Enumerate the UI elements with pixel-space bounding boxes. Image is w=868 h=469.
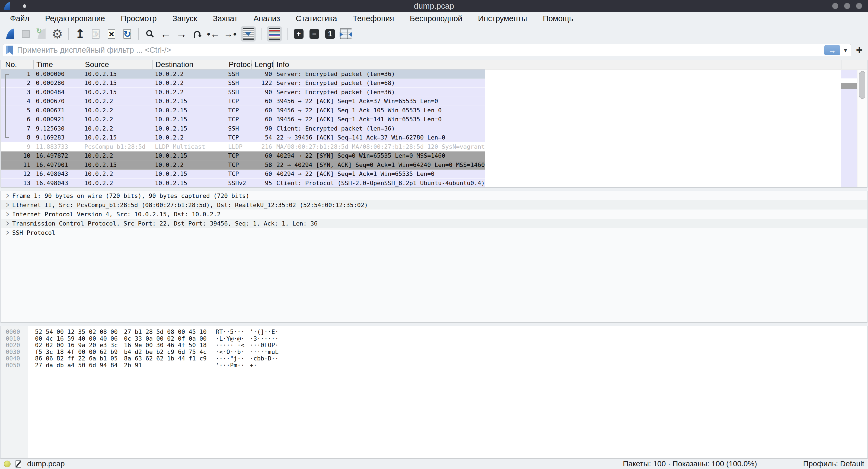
packet-info: Server: Encrypted packet (len=36) <box>274 89 485 95</box>
detail-row[interactable]: Transmission Control Protocol, Src Port:… <box>1 219 867 228</box>
zoom-normal-button[interactable]: 1 <box>324 26 336 41</box>
filter-bookmark-icon[interactable] <box>6 46 13 55</box>
go-last-button[interactable]: →• <box>224 26 237 41</box>
packet-row[interactable]: 4 0.000670 10.0.2.2 10.0.2.15 TCP 60 394… <box>1 97 867 106</box>
column-header[interactable]: No. <box>1 60 34 69</box>
expand-chevron-icon[interactable] <box>4 219 11 228</box>
menu-item[interactable]: Статистика <box>288 12 345 25</box>
menu-item[interactable]: Просмотр <box>113 12 164 25</box>
packet-row[interactable]: 10 16.497872 10.0.2.2 10.0.2.15 TCP 60 4… <box>1 151 867 161</box>
open-file-glyph: ↥ <box>75 28 85 40</box>
packet-row[interactable]: 13 16.498043 10.0.2.2 10.0.2.15 SSHv2 95… <box>1 179 867 187</box>
find-packet-button[interactable] <box>144 26 156 41</box>
menu-item[interactable]: Редактирование <box>37 12 113 25</box>
capture-comment-pencil-icon[interactable] <box>16 460 21 468</box>
packet-row[interactable]: 9 11.883733 PcsCompu_b1:28:5d LLDP_Multi… <box>1 142 867 151</box>
stop-capture-button[interactable] <box>20 26 32 41</box>
column-header[interactable]: Destination <box>153 60 226 69</box>
window-minimize-button[interactable] <box>832 3 838 9</box>
detail-row[interactable]: SSH Protocol <box>1 228 867 237</box>
go-first-button[interactable]: •← <box>207 26 220 41</box>
ascii-left: ·L·Y@·@· <box>216 335 246 342</box>
detail-row[interactable]: Frame 1: 90 bytes on wire (720 bits), 90… <box>1 191 867 200</box>
save-file-button[interactable] <box>90 26 102 41</box>
hex-offset: 0020 <box>1 342 28 349</box>
packet-destination: 10.0.2.2 <box>153 162 226 168</box>
expand-chevron-icon[interactable] <box>4 209 11 219</box>
colorize-button[interactable] <box>267 26 282 41</box>
scrollbar-thumb[interactable] <box>859 71 865 99</box>
packet-row[interactable]: 1 0.000000 10.0.2.15 10.0.2.2 SSH 90 Ser… <box>1 69 867 79</box>
menu-item[interactable]: Файл <box>2 12 37 25</box>
packet-row[interactable]: 3 0.000484 10.0.2.15 10.0.2.2 SSH 90 Ser… <box>1 88 867 97</box>
filter-dropdown-caret-icon[interactable]: ▾ <box>844 47 847 54</box>
close-file-button[interactable]: × <box>105 26 118 41</box>
menu-item[interactable]: Запуск <box>165 12 205 25</box>
packet-time: 16.498043 <box>34 171 82 177</box>
menu-item[interactable]: Захват <box>205 12 246 25</box>
packet-row[interactable]: 7 9.125630 10.0.2.2 10.0.2.15 SSH 90 Cli… <box>1 124 867 133</box>
packet-info: 39456 → 22 [ACK] Seq=1 Ack=37 Win=65535 … <box>274 98 485 105</box>
detail-row[interactable]: Ethernet II, Src: PcsCompu_b1:28:5d (08:… <box>1 200 867 209</box>
filter-add-button[interactable]: + <box>854 43 865 56</box>
hex-dump-pane[interactable]: 0000 52 54 00 12 35 02 08 00 27 b1 28 5d… <box>1 326 867 459</box>
expert-info-icon[interactable] <box>4 461 10 467</box>
open-file-button[interactable]: ↥ <box>74 26 86 41</box>
find-packet-icon <box>146 30 152 36</box>
display-filter-field[interactable]: → ▾ <box>3 44 851 56</box>
column-header[interactable]: Time <box>34 60 82 69</box>
packet-row[interactable]: 12 16.498043 10.0.2.2 10.0.2.15 TCP 60 4… <box>1 170 867 179</box>
packet-destination: 10.0.2.2 <box>153 134 226 141</box>
packet-source: 10.0.2.2 <box>82 98 153 105</box>
column-header[interactable]: Info <box>274 60 487 69</box>
packet-list-scrollbar[interactable] <box>857 70 867 187</box>
packet-source: 10.0.2.2 <box>82 180 153 186</box>
window-maximize-button[interactable] <box>844 3 850 9</box>
packet-time: 0.000000 <box>34 70 82 77</box>
detail-row[interactable]: Internet Protocol Version 4, Src: 10.0.2… <box>1 209 867 219</box>
detail-text: Internet Protocol Version 4, Src: 10.0.2… <box>12 211 220 218</box>
status-profile[interactable]: Профиль: Default <box>803 460 864 468</box>
column-header[interactable]: Length <box>252 60 274 69</box>
resize-columns-icon <box>340 29 351 39</box>
restart-capture-button[interactable]: ↻ <box>35 26 48 41</box>
packet-detail-pane: Frame 1: 90 bytes on wire (720 bits), 90… <box>1 191 867 323</box>
expand-chevron-icon[interactable] <box>4 200 11 209</box>
packet-info: 22 → 39456 [ACK] Seq=141 Ack=37 Win=6278… <box>274 134 485 141</box>
menu-item[interactable]: Беспроводной <box>402 12 470 25</box>
display-filter-input[interactable] <box>17 46 824 55</box>
capture-options-button[interactable]: ⚙ <box>51 26 63 41</box>
go-back-button[interactable]: ← <box>160 26 172 41</box>
packet-source: 10.0.2.2 <box>82 171 153 177</box>
menu-item[interactable]: Помощь <box>535 12 581 25</box>
menu-item[interactable]: Телефония <box>345 12 402 25</box>
expand-chevron-icon[interactable] <box>4 228 11 237</box>
close-file-glyph: × <box>109 29 114 38</box>
hex-line: 0000 52 54 00 12 35 02 08 00 27 b1 28 5d… <box>1 328 867 335</box>
column-header[interactable]: Source <box>82 60 153 69</box>
menu-item[interactable]: Инструменты <box>470 12 535 25</box>
window-close-button[interactable] <box>856 3 862 9</box>
packet-list-minimap-scrollbar[interactable] <box>841 70 857 187</box>
packet-row[interactable]: 5 0.000671 10.0.2.2 10.0.2.15 TCP 60 394… <box>1 106 867 115</box>
start-capture-button[interactable] <box>4 26 16 41</box>
packet-length: 95 <box>252 180 274 186</box>
zoom-out-button[interactable]: − <box>308 26 320 41</box>
expand-chevron-icon[interactable] <box>4 191 11 200</box>
menu-item[interactable]: Анализ <box>246 12 288 25</box>
go-forward-button[interactable]: → <box>176 26 187 41</box>
filter-apply-button[interactable]: → <box>824 45 840 55</box>
auto-scroll-icon <box>243 28 254 40</box>
auto-scroll-button[interactable] <box>241 26 256 41</box>
go-to-packet-button[interactable] <box>191 26 203 41</box>
zoom-in-button[interactable]: + <box>293 26 305 41</box>
packet-row[interactable]: 2 0.000280 10.0.2.15 10.0.2.2 SSH 122 Se… <box>1 79 867 88</box>
packet-row[interactable]: 8 9.169283 10.0.2.15 10.0.2.2 TCP 54 22 … <box>1 133 867 143</box>
column-header[interactable]: Protocol <box>226 60 252 69</box>
reload-file-button[interactable]: ↻ <box>121 26 133 41</box>
go-forward-glyph: → <box>176 29 187 39</box>
packet-row[interactable]: 6 0.000921 10.0.2.2 10.0.2.15 TCP 60 394… <box>1 115 867 124</box>
packet-row[interactable]: 11 16.497901 10.0.2.15 10.0.2.2 TCP 58 2… <box>1 160 867 170</box>
packet-destination: 10.0.2.15 <box>153 180 226 186</box>
resize-columns-button[interactable] <box>340 26 352 41</box>
